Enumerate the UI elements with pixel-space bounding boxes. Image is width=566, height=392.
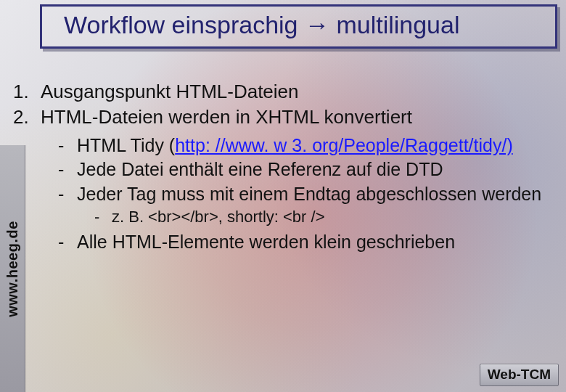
bullet: -	[58, 158, 68, 181]
list-number: 1.	[13, 80, 35, 104]
bullet: -	[58, 183, 68, 205]
list-text: HTML Tidy (http: //www. w 3. org/People/…	[77, 134, 556, 157]
footer-badge: Web-TCM	[480, 364, 559, 386]
list-item: 2. HTML-Dateien werden in XHTML konverti…	[13, 105, 556, 129]
list-text: Jeder Tag muss mit einem Endtag abgeschl…	[77, 183, 556, 205]
bullet: -	[94, 207, 103, 227]
title-box: Workflow einsprachig → multilingual	[40, 4, 557, 49]
text-pre: HTML Tidy (	[77, 135, 175, 155]
bullet: -	[58, 231, 68, 253]
list-text: Jede Datei enthält eine Referenz auf die…	[77, 158, 556, 181]
list-item: - z. B. <br></br>, shortly: <br />	[94, 207, 556, 227]
list-text: Ausgangspunkt HTML-Dateien	[41, 80, 556, 104]
list-text: Alle HTML-Elemente werden klein geschrie…	[77, 231, 556, 253]
sublist-level1: - HTML Tidy (http: //www. w 3. org/Peopl…	[58, 134, 556, 205]
slide: www.heeg.de Workflow einsprachig → multi…	[0, 0, 566, 392]
ordered-list: 1. Ausgangspunkt HTML-Dateien 2. HTML-Da…	[13, 80, 556, 128]
hyperlink[interactable]: http: //www. w 3. org/People/Raggett/tid…	[175, 135, 513, 155]
list-text: z. B. <br></br>, shortly: <br />	[112, 207, 324, 227]
list-item: - Jede Datei enthält eine Referenz auf d…	[58, 158, 556, 181]
list-number: 2.	[13, 105, 35, 129]
sublist-level1: - Alle HTML-Elemente werden klein geschr…	[58, 231, 556, 253]
list-item: - HTML Tidy (http: //www. w 3. org/Peopl…	[58, 134, 556, 157]
sublist-level2: - z. B. <br></br>, shortly: <br />	[94, 207, 556, 227]
slide-title: Workflow einsprachig → multilingual	[64, 11, 545, 39]
list-text: HTML-Dateien werden in XHTML konvertiert	[41, 105, 556, 129]
list-item: 1. Ausgangspunkt HTML-Dateien	[13, 80, 556, 104]
bullet: -	[58, 134, 68, 157]
content-area: 1. Ausgangspunkt HTML-Dateien 2. HTML-Da…	[13, 80, 556, 256]
list-item: - Alle HTML-Elemente werden klein geschr…	[58, 231, 556, 253]
list-item: - Jeder Tag muss mit einem Endtag abgesc…	[58, 183, 556, 205]
